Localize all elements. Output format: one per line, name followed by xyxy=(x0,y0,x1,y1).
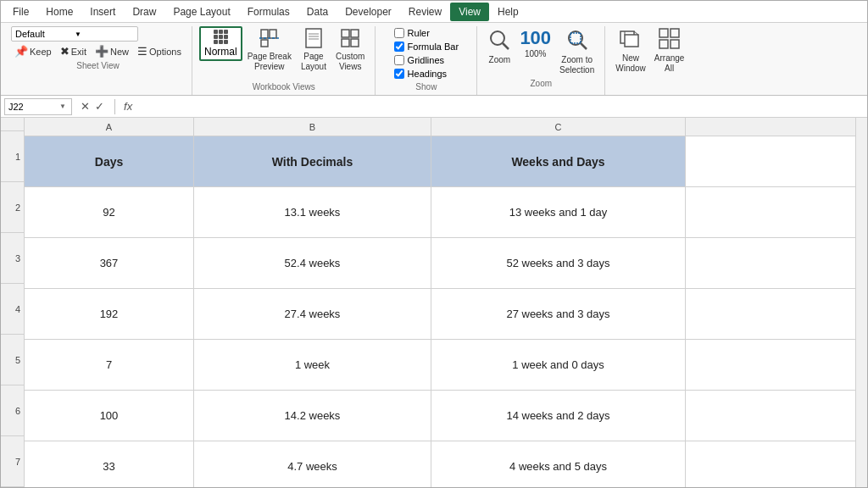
ruler-checkbox-item[interactable]: Ruler xyxy=(394,28,459,38)
page-break-label: Page BreakPreview xyxy=(248,52,292,72)
sheet-view-dropdown[interactable]: Default ▼ xyxy=(11,26,138,42)
row-numbers: 1234567 xyxy=(1,131,24,487)
table-row[interactable]: 36752.4 weeks52 weeks and 3 days xyxy=(25,238,855,289)
formula-bar-checkbox-item[interactable]: Formula Bar xyxy=(394,42,459,52)
menu-home[interactable]: Home xyxy=(37,3,81,21)
sheet-options-btn[interactable]: ☰ Options xyxy=(134,43,185,59)
keep-icon: 📌 xyxy=(14,45,28,58)
sheet-exit-btn[interactable]: ✖ Exit xyxy=(57,43,90,59)
table-row[interactable]: 334.7 weeks4 weeks and 5 days xyxy=(25,441,855,487)
table-row[interactable]: 71 week1 week and 0 days xyxy=(25,340,855,391)
svg-rect-2 xyxy=(261,40,268,47)
page-layout-btn[interactable]: PageLayout xyxy=(297,26,331,74)
table-cell-c[interactable]: 14 weeks and 2 days xyxy=(431,391,686,441)
zoom-100-icon: 100 xyxy=(520,28,551,48)
svg-rect-0 xyxy=(261,30,268,38)
col-header-b[interactable]: B xyxy=(194,118,431,136)
table-row[interactable]: DaysWith DecimalsWeeks and Days xyxy=(25,136,855,187)
col-header-c[interactable]: C xyxy=(431,118,686,136)
zoom-btn[interactable]: Zoom xyxy=(484,26,515,66)
normal-view-btn[interactable]: Normal xyxy=(199,26,242,61)
gridlines-checkbox-item[interactable]: Gridlines xyxy=(394,55,459,65)
ruler-checkbox[interactable] xyxy=(394,28,404,38)
formula-input[interactable] xyxy=(139,101,864,113)
table-cell-c[interactable]: 52 weeks and 3 days xyxy=(431,238,686,288)
app-window: File Home Insert Draw Page Layout Formul… xyxy=(0,0,868,488)
table-cell-a[interactable]: 33 xyxy=(25,441,194,487)
table-cell-b[interactable]: 4.7 weeks xyxy=(194,441,431,487)
name-box[interactable]: ▼ xyxy=(4,98,72,115)
headings-checkbox-item[interactable]: Headings xyxy=(394,69,459,79)
table-cell-c[interactable]: Weeks and Days xyxy=(431,136,686,186)
confirm-formula-btn[interactable]: ✓ xyxy=(93,100,106,113)
menu-help[interactable]: Help xyxy=(489,3,527,21)
table-cell-b[interactable]: With Decimals xyxy=(194,136,431,186)
svg-line-13 xyxy=(503,43,509,49)
table-row[interactable]: 19227.4 weeks27 weeks and 3 days xyxy=(25,289,855,340)
sheet-keep-btn[interactable]: 📌 Keep xyxy=(11,43,55,59)
sheet-view-group: Default ▼ 📌 Keep ✖ Exit ➕ New xyxy=(4,26,192,95)
workbook-views-group-label: Workbook Views xyxy=(199,80,368,92)
new-window-btn[interactable]: NewWindow xyxy=(612,26,649,75)
zoom-to-selection-btn[interactable]: Zoom toSelection xyxy=(556,26,598,77)
zoom-100-btn[interactable]: 100 100% xyxy=(516,26,554,60)
custom-views-icon xyxy=(340,28,360,51)
custom-views-label: CustomViews xyxy=(336,52,364,72)
table-cell-a[interactable]: Days xyxy=(25,136,194,186)
headings-checkbox[interactable] xyxy=(394,69,404,79)
table-cell-a[interactable]: 367 xyxy=(25,238,194,288)
page-break-btn[interactable]: Page BreakPreview xyxy=(244,26,295,74)
formula-bar-checkbox[interactable] xyxy=(394,42,404,52)
table-cell-c[interactable]: 27 weeks and 3 days xyxy=(431,289,686,339)
row-number: 3 xyxy=(1,233,24,284)
svg-point-12 xyxy=(491,31,504,45)
custom-views-btn[interactable]: CustomViews xyxy=(332,26,368,74)
fx-label: fx xyxy=(120,100,136,113)
table-cell-a[interactable]: 100 xyxy=(25,391,194,441)
name-box-arrow[interactable]: ▼ xyxy=(58,103,68,110)
table-cell-c[interactable]: 4 weeks and 5 days xyxy=(431,441,686,487)
vertical-scrollbar[interactable] xyxy=(855,118,867,487)
svg-rect-8 xyxy=(342,30,349,37)
table-cell-b[interactable]: 14.2 weeks xyxy=(194,391,431,441)
table-cell-b[interactable]: 52.4 weeks xyxy=(194,238,431,288)
menu-page-layout[interactable]: Page Layout xyxy=(164,3,238,21)
table-cell-c[interactable]: 1 week and 0 days xyxy=(431,340,686,390)
formula-bar-label: Formula Bar xyxy=(408,42,459,52)
table-row[interactable]: 10014.2 weeks14 weeks and 2 days xyxy=(25,391,855,441)
svg-rect-16 xyxy=(570,33,581,43)
menu-file[interactable]: File xyxy=(4,3,37,21)
menu-insert[interactable]: Insert xyxy=(81,3,124,21)
zoom-to-selection-label: Zoom toSelection xyxy=(559,55,594,75)
svg-rect-4 xyxy=(306,29,321,47)
name-box-input[interactable] xyxy=(8,102,58,112)
menu-review[interactable]: Review xyxy=(400,3,450,21)
new-window-label: NewWindow xyxy=(615,53,646,74)
table-row[interactable]: 9213.1 weeks13 weeks and 1 day xyxy=(25,187,855,238)
menu-formulas[interactable]: Formulas xyxy=(239,3,298,21)
table-cell-b[interactable]: 13.1 weeks xyxy=(194,187,431,237)
cancel-formula-btn[interactable]: ✕ xyxy=(79,100,92,113)
menu-draw[interactable]: Draw xyxy=(124,3,164,21)
sheet-new-btn[interactable]: ➕ New xyxy=(92,43,132,59)
menu-view[interactable]: View xyxy=(450,3,489,21)
table-cell-a[interactable]: 92 xyxy=(25,187,194,237)
zoom-items: Zoom 100 100% xyxy=(484,26,598,77)
menu-data[interactable]: Data xyxy=(298,3,337,21)
page-layout-icon xyxy=(303,28,324,51)
window-items: NewWindow ArrangeAll xyxy=(612,26,687,92)
show-items: Ruler Formula Bar Gridlines Headings xyxy=(394,26,459,80)
gridlines-checkbox[interactable] xyxy=(394,55,404,65)
menu-developer[interactable]: Developer xyxy=(337,3,400,21)
spreadsheet-area: 1234567 A B C DaysWith DecimalsWeeks and… xyxy=(1,118,867,487)
gridlines-label: Gridlines xyxy=(408,55,444,65)
table-cell-a[interactable]: 7 xyxy=(25,340,194,390)
table-cell-a[interactable]: 192 xyxy=(25,289,194,339)
exit-icon: ✖ xyxy=(60,45,70,58)
arrange-all-btn[interactable]: ArrangeAll xyxy=(651,26,688,75)
table-cell-b[interactable]: 1 week xyxy=(194,340,431,390)
zoom-to-selection-icon xyxy=(565,28,589,54)
col-header-a[interactable]: A xyxy=(25,118,194,136)
table-cell-c[interactable]: 13 weeks and 1 day xyxy=(431,187,686,237)
table-cell-b[interactable]: 27.4 weeks xyxy=(194,289,431,339)
